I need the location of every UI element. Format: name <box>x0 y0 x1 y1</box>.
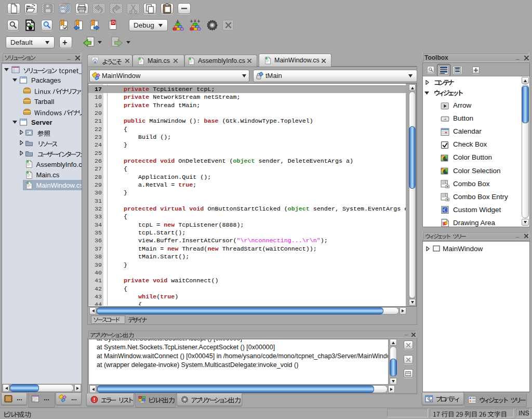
svg-text:C: C <box>443 207 447 213</box>
svg-text:ok: ok <box>443 117 446 121</box>
